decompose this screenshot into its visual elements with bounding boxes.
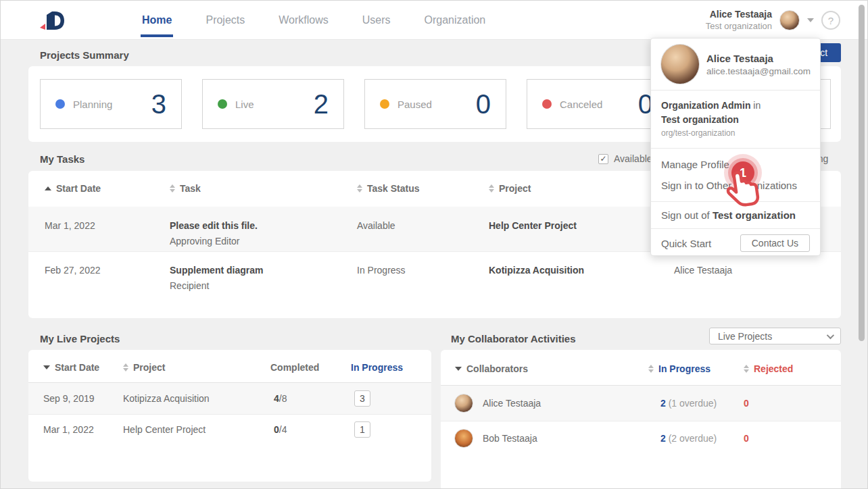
col-header-project[interactable]: Project <box>123 362 165 373</box>
company-logo-icon[interactable] <box>36 7 66 36</box>
top-navigation-bar: Home Projects Workflows Users Organizati… <box>1 1 867 40</box>
summary-card-canceled[interactable]: Canceled 0 <box>527 79 669 129</box>
task-start-date: Feb 27, 2022 <box>45 265 101 276</box>
collaborator-in-progress: 2 (1 overdue) <box>660 398 717 409</box>
in-progress-count: 2 <box>660 398 666 409</box>
chevron-down-icon <box>827 331 834 338</box>
completed-done: 0 <box>274 424 279 435</box>
col-header-start-date[interactable]: Start Date <box>45 183 101 194</box>
collaborator-activities-title: My Collaborator Activities <box>451 333 575 344</box>
user-avatar[interactable] <box>779 10 800 30</box>
account-name: Alice Testaaja <box>706 53 811 64</box>
project-filter-select[interactable]: Live Projects <box>709 328 841 344</box>
col-label: Start Date <box>56 183 101 194</box>
summary-card-paused[interactable]: Paused 0 <box>364 79 506 129</box>
collaborator-row[interactable]: Alice Testaaja 2 (1 overdue) 0 <box>441 386 841 421</box>
filter-available-checkbox[interactable]: ✓ Available <box>598 153 652 164</box>
summary-card-live[interactable]: Live 2 <box>202 79 344 129</box>
contact-us-button[interactable]: Contact Us <box>740 234 810 252</box>
account-role-line: Organization Admin in <box>661 99 810 113</box>
in-progress-count-box[interactable]: 3 <box>354 390 370 407</box>
live-project-row[interactable]: Sep 9, 2019 Kotipizza Acquisition 4/8 3 <box>28 383 431 414</box>
nav-item-users[interactable]: Users <box>362 1 391 40</box>
col-label: Task Status <box>367 183 420 194</box>
col-label: Project <box>133 362 165 373</box>
card-value: 2 <box>314 89 329 120</box>
col-header-start-date[interactable]: Start Date <box>43 362 99 373</box>
menu-item-sign-in-other-organizations[interactable]: Sign in to Other Organizations <box>651 175 820 196</box>
col-header-completed[interactable]: Completed <box>270 362 319 373</box>
menu-item-sign-out[interactable]: Sign out of Test organization <box>651 202 820 228</box>
task-status: Available <box>357 220 395 231</box>
sort-both-icon <box>123 363 128 371</box>
overdue-note: (1 overdue) <box>669 398 717 409</box>
account-org-slug: org/test-organization <box>661 127 810 139</box>
collaborator-activities-table: Collaborators In Progress Rejected Alice… <box>441 350 841 489</box>
task-status: In Progress <box>357 265 406 276</box>
task-assignee: Alice Testaaja <box>674 265 732 276</box>
summary-card-planning[interactable]: Planning 3 <box>40 79 182 129</box>
user-text: Alice Testaaja Test organization <box>706 9 772 32</box>
menu-item-quick-start[interactable]: Quick Start <box>661 238 711 249</box>
project-name: Help Center Project <box>123 424 206 435</box>
live-status-dot <box>218 99 227 109</box>
col-header-in-progress[interactable]: In Progress <box>351 362 403 373</box>
nav-item-workflows[interactable]: Workflows <box>279 1 329 40</box>
sort-desc-icon <box>455 367 462 371</box>
help-icon[interactable]: ? <box>821 11 840 30</box>
col-header-task-status[interactable]: Task Status <box>357 183 420 194</box>
card-label: Paused <box>397 99 432 110</box>
col-header-in-progress[interactable]: In Progress <box>648 363 710 374</box>
main-nav: Home Projects Workflows Users Organizati… <box>142 1 485 40</box>
nav-item-home[interactable]: Home <box>142 1 172 40</box>
task-role: Approving Editor <box>170 236 240 247</box>
account-menu-items: Manage Profile Sign in to Other Organiza… <box>651 149 820 202</box>
nav-item-projects[interactable]: Projects <box>206 1 245 40</box>
sort-both-icon <box>489 184 494 192</box>
menu-item-manage-profile[interactable]: Manage Profile <box>651 154 820 175</box>
project-start-date: Sep 9, 2019 <box>43 393 95 404</box>
account-role: Organization Admin <box>661 100 750 111</box>
checkbox-check-icon: ✓ <box>598 154 608 164</box>
chevron-down-icon[interactable] <box>807 18 814 22</box>
project-completed: 4/8 <box>274 393 287 404</box>
task-title: Please edit this file. <box>170 220 258 231</box>
col-header-collaborators[interactable]: Collaborators <box>455 363 528 374</box>
sign-out-org: Test organization <box>713 209 796 221</box>
completed-done: 4 <box>274 393 279 404</box>
account-org-name: Test organization <box>661 113 810 127</box>
account-email: alice.testaaja@gmail.com <box>706 66 811 76</box>
account-role-suffix: in <box>750 100 761 111</box>
collaborator-avatar <box>454 429 473 448</box>
col-label: Project <box>499 183 531 194</box>
task-start-date: Mar 1, 2022 <box>45 220 95 231</box>
select-value: Live Projects <box>718 331 772 342</box>
completed-total: /8 <box>279 393 287 404</box>
vertical-scrollbar-thumb[interactable] <box>859 5 865 341</box>
user-name: Alice Testaaja <box>706 9 772 21</box>
my-live-projects-title: My Live Projects <box>40 333 120 344</box>
collaborator-in-progress: 2 (2 overdue) <box>660 433 717 444</box>
project-start-date: Mar 1, 2022 <box>43 424 94 435</box>
collaborator-name: Bob Testaaja <box>483 433 537 444</box>
sign-out-prefix: Sign out of <box>661 209 713 221</box>
col-header-rejected[interactable]: Rejected <box>744 363 793 374</box>
user-menu-trigger[interactable]: Alice Testaaja Test organization ? <box>706 1 840 40</box>
task-row[interactable]: Feb 27, 2022 Supplement diagram Recipien… <box>28 251 841 296</box>
sort-desc-icon <box>43 365 50 369</box>
collaborator-avatar <box>454 394 473 413</box>
card-label: Live <box>235 99 254 110</box>
task-title: Supplement diagram <box>170 265 263 276</box>
my-live-projects-table: Start Date Project Completed In Progress… <box>28 350 431 482</box>
sort-both-icon <box>744 365 749 373</box>
col-header-task[interactable]: Task <box>170 183 201 194</box>
nav-item-organization[interactable]: Organization <box>425 1 486 40</box>
col-label: Completed <box>270 362 319 373</box>
in-progress-count-box[interactable]: 1 <box>354 421 370 438</box>
col-header-project[interactable]: Project <box>489 183 531 194</box>
card-value: 3 <box>151 89 166 120</box>
live-project-row[interactable]: Mar 1, 2022 Help Center Project 0/4 1 <box>28 414 431 445</box>
collaborator-name: Alice Testaaja <box>483 398 541 409</box>
collaborator-row[interactable]: Bob Testaaja 2 (2 overdue) 0 <box>441 421 841 456</box>
task-project: Kotipizza Acquisition <box>489 265 584 276</box>
